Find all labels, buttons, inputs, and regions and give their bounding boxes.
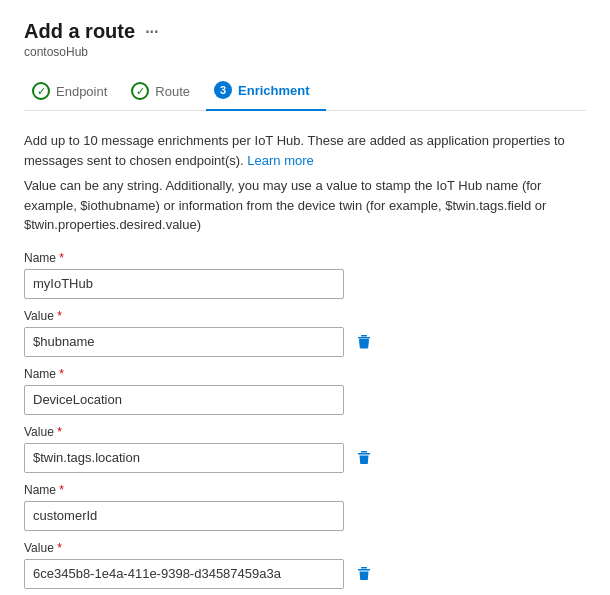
name-input-2[interactable] [24, 385, 344, 415]
step-route-label: Route [155, 84, 190, 99]
field-group-2: Name * [24, 367, 586, 415]
value-label-1: Value * [24, 309, 586, 323]
name-label-1: Name * [24, 251, 586, 265]
page-title: Add a route ··· [24, 20, 586, 43]
name-label-2: Name * [24, 367, 586, 381]
field-group-3: Name * [24, 483, 586, 531]
step-endpoint-label: Endpoint [56, 84, 107, 99]
delete-button-2[interactable] [352, 446, 376, 470]
delete-button-3[interactable] [352, 562, 376, 586]
value-row-2 [24, 443, 586, 473]
required-star-2: * [59, 367, 64, 381]
name-label-3: Name * [24, 483, 586, 497]
svg-rect-0 [361, 335, 367, 337]
value-input-1[interactable] [24, 327, 344, 357]
svg-rect-1 [358, 337, 370, 339]
trash-icon-3 [356, 566, 372, 582]
value-label-3: Value * [24, 541, 586, 555]
svg-rect-2 [361, 451, 367, 453]
name-input-1[interactable] [24, 269, 344, 299]
endpoint-check-icon: ✓ [32, 82, 50, 100]
step-enrichment[interactable]: 3 Enrichment [206, 73, 326, 111]
title-text: Add a route [24, 20, 135, 43]
required-star-1: * [59, 251, 64, 265]
value-required-star-2: * [57, 425, 62, 439]
step-endpoint[interactable]: ✓ Endpoint [24, 74, 123, 110]
value-required-star-1: * [57, 309, 62, 323]
field-group-3-value: Value * [24, 541, 586, 589]
svg-rect-3 [358, 453, 370, 455]
step-route[interactable]: ✓ Route [123, 74, 206, 110]
form-section: Name * Value * Name * [24, 251, 586, 589]
field-group-1: Name * [24, 251, 586, 299]
field-group-2-value: Value * [24, 425, 586, 473]
description-line2: Value can be any string. Additionally, y… [24, 176, 586, 235]
delete-button-1[interactable] [352, 330, 376, 354]
route-check-icon: ✓ [131, 82, 149, 100]
trash-icon-1 [356, 334, 372, 350]
step-enrichment-label: Enrichment [238, 83, 310, 98]
value-row-1 [24, 327, 586, 357]
enrichment-number-icon: 3 [214, 81, 232, 99]
description-box: Add up to 10 message enrichments per IoT… [24, 131, 586, 235]
more-options-button[interactable]: ··· [145, 23, 158, 41]
trash-icon-2 [356, 450, 372, 466]
wizard-steps: ✓ Endpoint ✓ Route 3 Enrichment [24, 73, 586, 111]
learn-more-link[interactable]: Learn more [247, 153, 313, 168]
description-line1: Add up to 10 message enrichments per IoT… [24, 131, 586, 170]
field-group-1-value: Value * [24, 309, 586, 357]
name-input-3[interactable] [24, 501, 344, 531]
value-label-2: Value * [24, 425, 586, 439]
value-input-2[interactable] [24, 443, 344, 473]
svg-rect-4 [361, 567, 367, 569]
value-required-star-3: * [57, 541, 62, 555]
subtitle: contosoHub [24, 45, 586, 59]
svg-rect-5 [358, 569, 370, 571]
value-input-3[interactable] [24, 559, 344, 589]
required-star-3: * [59, 483, 64, 497]
value-row-3 [24, 559, 586, 589]
